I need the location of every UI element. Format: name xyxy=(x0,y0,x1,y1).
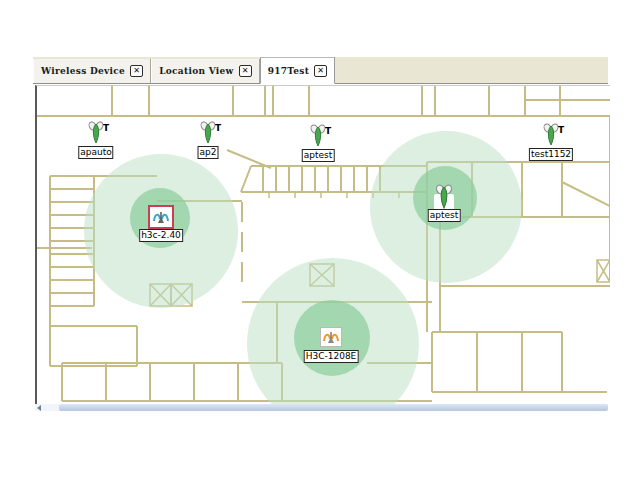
tab-bar: Wireless Device ✕ Location View ✕ 917Tes… xyxy=(33,57,608,84)
tab-location-view[interactable]: Location View ✕ xyxy=(151,59,260,83)
device-label: aptest xyxy=(302,149,335,162)
ap-device-h3c-1208e[interactable]: H3C-1208E xyxy=(320,327,342,347)
t-badge: T xyxy=(558,125,564,135)
device-label: H3C-1208E xyxy=(304,350,359,363)
ap-device-aptest-center[interactable]: aptest xyxy=(434,183,454,213)
tab-917test[interactable]: 917Test ✕ xyxy=(260,57,336,84)
tab-close-icon[interactable]: ✕ xyxy=(239,65,252,77)
ap-device-h3c-2-40-selected[interactable]: h3c-2.40 xyxy=(148,205,174,229)
tab-label: Wireless Device xyxy=(41,66,125,76)
scrollbar-thumb[interactable] xyxy=(59,404,608,411)
device-label: ap2 xyxy=(198,146,219,159)
ap-device-test1152[interactable]: T test1152 xyxy=(543,122,559,150)
tab-label: Location View xyxy=(159,66,234,76)
t-badge: T xyxy=(103,123,109,133)
device-label: test1152 xyxy=(529,148,573,161)
ap-device-apauto[interactable]: T apauto xyxy=(88,120,104,148)
ap-device-aptest-top[interactable]: T aptest xyxy=(310,123,326,151)
location-map-viewport[interactable]: T apauto T ap2 T aptest xyxy=(35,85,610,404)
tab-close-icon[interactable]: ✕ xyxy=(314,65,327,77)
tab-label: 917Test xyxy=(268,66,310,76)
device-label: apauto xyxy=(78,146,113,159)
t-badge: T xyxy=(325,126,331,136)
scroll-left-arrow-icon[interactable] xyxy=(37,404,49,411)
tab-close-icon[interactable]: ✕ xyxy=(130,65,143,77)
tab-wireless-device[interactable]: Wireless Device ✕ xyxy=(33,59,151,83)
ap-antenna-icon xyxy=(320,327,342,347)
selected-ap-antenna-icon xyxy=(148,205,174,229)
t-badge: T xyxy=(215,123,221,133)
ap-device-ap2[interactable]: T ap2 xyxy=(200,120,216,148)
horizontal-scrollbar[interactable] xyxy=(35,404,608,411)
device-label: h3c-2.40 xyxy=(139,229,183,242)
device-label: aptest xyxy=(428,209,461,222)
